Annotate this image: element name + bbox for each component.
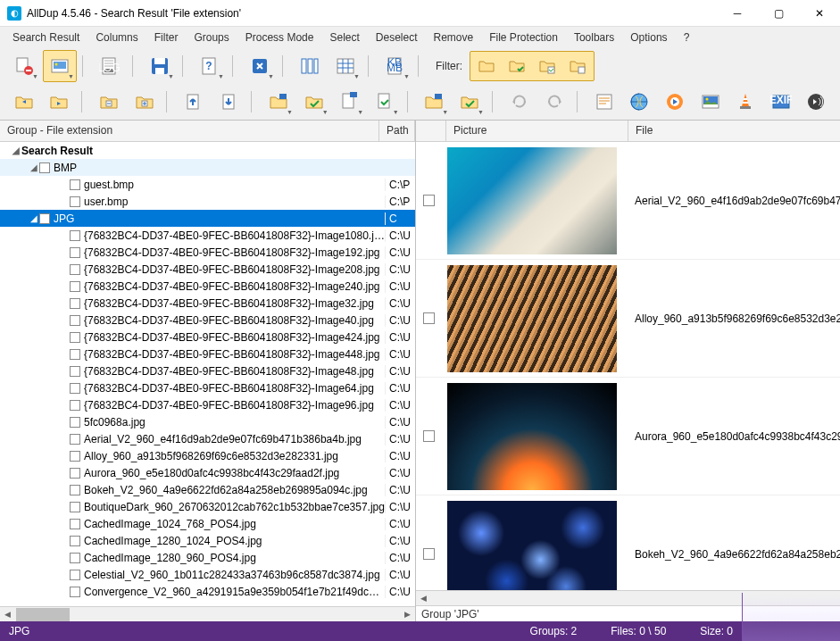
exif-button[interactable]: EXIF [764, 86, 798, 118]
tree-row[interactable]: {76832BC4-DD37-4BE0-9FEC-BB6041808F32}-I… [0, 362, 415, 379]
delete-file-button[interactable]: ▼ [7, 50, 41, 82]
uncheck-folder-button[interactable]: ▼ [453, 86, 487, 118]
filter-folder-3[interactable] [532, 53, 562, 79]
thumbnail-image[interactable] [447, 383, 617, 490]
menu-options[interactable]: Options [623, 29, 674, 46]
select-folder-button[interactable]: ▼ [262, 86, 295, 118]
scroll-thumb[interactable] [16, 608, 70, 621]
log-button[interactable]: LOG [93, 50, 127, 82]
row-checkbox[interactable] [70, 485, 80, 495]
menu-process-mode[interactable]: Process Mode [238, 29, 321, 46]
maximize-button[interactable]: ▢ [758, 0, 799, 27]
expand-all-button[interactable] [128, 86, 162, 118]
tree-row[interactable]: ◢JPGC [0, 210, 415, 227]
expand-toggle-icon[interactable]: ◢ [29, 213, 39, 223]
tree-row[interactable]: Aerial_V2_960_e4f16d9ab2de9e07fc69b471b3… [0, 430, 415, 447]
tree-h-scrollbar[interactable]: ◀ ▶ [0, 606, 415, 621]
menu-deselect[interactable]: Deselect [369, 29, 425, 46]
tree-row[interactable]: {76832BC4-DD37-4BE0-9FEC-BB6041808F32}-I… [0, 295, 415, 312]
exit-button[interactable]: ▼ [243, 50, 277, 82]
thumbnail-row[interactable]: Bokeh_V2_960_4a9e6622fd62a84a258eb269895… [416, 495, 840, 590]
row-checkbox[interactable] [70, 366, 80, 377]
tree-row[interactable]: {76832BC4-DD37-4BE0-9FEC-BB6041808F32}-I… [0, 278, 415, 295]
tree-row[interactable]: CachedImage_1024_768_POS4.jpgC:\U [0, 515, 415, 532]
columns-button[interactable] [293, 50, 327, 82]
row-checkbox[interactable] [70, 230, 80, 241]
tree-row[interactable]: {76832BC4-DD37-4BE0-9FEC-BB6041808F32}-I… [0, 244, 415, 261]
row-checkbox[interactable] [70, 570, 80, 580]
save-button[interactable]: ▼ [143, 50, 177, 82]
row-checkbox[interactable] [70, 417, 80, 428]
thumb-h-scrollbar[interactable]: ◀ ▶ [416, 590, 840, 605]
column-path[interactable]: Path [379, 121, 415, 141]
close-button[interactable]: ✕ [799, 0, 840, 27]
result-tree[interactable]: ◢Search Result◢BMPguest.bmpC:\Puser.bmpC… [0, 142, 415, 606]
tree-row[interactable]: Alloy_960_a913b5f968269f69c6e8532d3e2823… [0, 447, 415, 464]
help-button[interactable]: ?▼ [193, 50, 227, 82]
tree-row[interactable]: ◢Search Result [0, 142, 415, 159]
tree-row[interactable]: Convergence_V2_960_a4291915a9e359b054f1e… [0, 583, 415, 600]
row-checkbox[interactable] [70, 502, 80, 512]
row-checkbox[interactable] [39, 213, 50, 224]
thumbnail-row[interactable]: Aerial_V2_960_e4f16d9ab2de9e07fc69b471b3… [416, 142, 840, 260]
tree-row[interactable]: {76832BC4-DD37-4BE0-9FEC-BB6041808F32}-I… [0, 227, 415, 244]
menu-search-result[interactable]: Search Result [5, 29, 87, 46]
page-check-button[interactable]: ▼ [368, 86, 402, 118]
tree-row[interactable]: {76832BC4-DD37-4BE0-9FEC-BB6041808F32}-I… [0, 396, 415, 413]
row-checkbox[interactable] [70, 519, 80, 529]
thumb-checkbox[interactable] [423, 430, 435, 442]
move-up-button[interactable] [177, 86, 211, 118]
text-view-button[interactable] [587, 86, 621, 118]
tree-row[interactable]: Celestial_V2_960_1b011c282433a37463b96c8… [0, 566, 415, 583]
column-check[interactable] [416, 121, 446, 141]
audio-button[interactable] [800, 86, 834, 118]
tree-row[interactable]: {76832BC4-DD37-4BE0-9FEC-BB6041808F32}-I… [0, 261, 415, 278]
row-checkbox[interactable] [70, 179, 80, 190]
tree-row[interactable]: ◢BMP [0, 159, 415, 176]
thumbnail-image[interactable] [447, 501, 617, 591]
thumb-checkbox[interactable] [423, 312, 435, 324]
menu-filter[interactable]: Filter [147, 29, 186, 46]
browser-view-button[interactable] [623, 86, 657, 118]
thumbnail-row[interactable]: Aurora_960_e5e180d0afc4c9938bc4f43c29faa… [416, 378, 840, 495]
filter-folder-2[interactable] [502, 53, 532, 79]
row-checkbox[interactable] [70, 196, 80, 207]
column-picture[interactable]: Picture [446, 121, 628, 141]
media-player-button[interactable] [658, 86, 692, 118]
expand-toggle-icon[interactable]: ◢ [29, 162, 39, 172]
row-checkbox[interactable] [70, 349, 80, 360]
collapse-all-button[interactable] [92, 86, 126, 118]
view-thumbnails-button[interactable]: ▼ [43, 50, 77, 82]
row-checkbox[interactable] [70, 400, 80, 411]
undo-button[interactable] [503, 86, 536, 118]
tree-row[interactable]: 5fc0968a.jpgC:\U [0, 413, 415, 430]
row-checkbox[interactable] [70, 247, 80, 258]
tree-row[interactable]: {76832BC4-DD37-4BE0-9FEC-BB6041808F32}-I… [0, 379, 415, 396]
thumbnail-row[interactable]: Alloy_960_a913b5f968269f69c6e8532d3e2823… [416, 260, 840, 378]
minimize-button[interactable]: ─ [717, 0, 758, 27]
row-checkbox[interactable] [70, 332, 80, 343]
thumbnail-image[interactable] [447, 147, 617, 254]
tree-row[interactable]: {76832BC4-DD37-4BE0-9FEC-BB6041808F32}-I… [0, 312, 415, 329]
menu-columns[interactable]: Columns [88, 29, 145, 46]
tree-row[interactable]: Aurora_960_e5e180d0afc4c9938bc4f43c29faa… [0, 464, 415, 481]
row-checkbox[interactable] [70, 587, 80, 597]
filter-folder-1[interactable] [471, 53, 502, 79]
tree-row[interactable]: CachedImage_1280_960_POS4.jpgC:\U [0, 549, 415, 566]
tree-row[interactable]: Bokeh_V2_960_4a9e6622fd62a84a258eb269895… [0, 481, 415, 498]
vlc-button[interactable] [728, 86, 762, 118]
menu-select[interactable]: Select [322, 29, 366, 46]
row-checkbox[interactable] [70, 264, 80, 275]
check-folder-button[interactable]: ▼ [297, 86, 331, 118]
row-checkbox[interactable] [39, 162, 50, 173]
row-checkbox[interactable] [70, 315, 80, 326]
menu-help[interactable]: ? [677, 29, 697, 46]
scroll-right-icon[interactable]: ▶ [400, 607, 415, 622]
redo-button[interactable] [537, 86, 571, 118]
deselect-folder-button[interactable]: ▼ [418, 86, 452, 118]
menu-remove[interactable]: Remove [427, 29, 481, 46]
move-down-button[interactable] [212, 86, 246, 118]
row-checkbox[interactable] [70, 434, 80, 445]
size-format-button[interactable]: KBMB▼ [378, 50, 412, 82]
thumb-checkbox[interactable] [423, 195, 435, 206]
